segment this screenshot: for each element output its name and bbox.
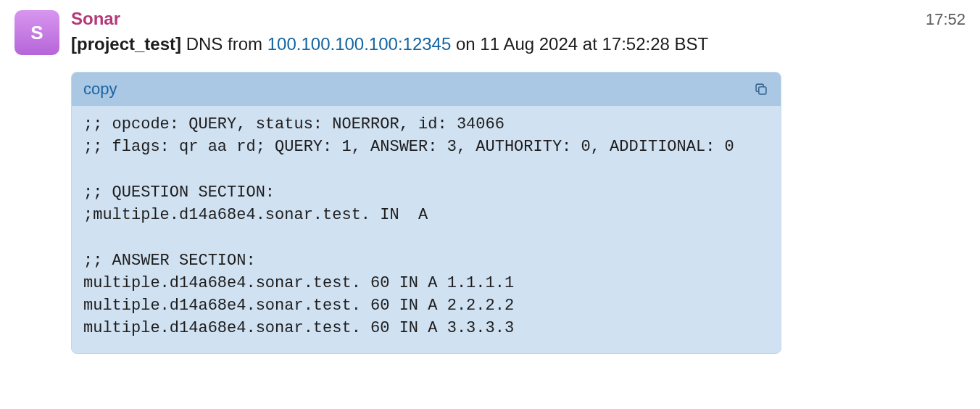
copy-icon[interactable] [753, 81, 769, 97]
code-block: copy ;; opcode: QUERY, status: NOERROR, … [71, 72, 781, 353]
avatar-letter: S [30, 22, 43, 44]
code-header: copy [72, 73, 781, 106]
message-row: S Sonar 17:52 [project_test] DNS from 10… [14, 7, 966, 354]
subject-ip-link[interactable]: 100.100.100.100:12345 [267, 34, 452, 54]
svg-rect-0 [759, 87, 766, 94]
subject-text-after: on 11 Aug 2024 at 17:52:28 BST [451, 34, 708, 54]
subject-text-before: DNS from [181, 34, 267, 54]
subject-project-tag: [project_test] [71, 34, 181, 54]
code-body: ;; opcode: QUERY, status: NOERROR, id: 3… [72, 106, 781, 352]
message-header: Sonar 17:52 [71, 7, 966, 30]
timestamp: 17:52 [926, 10, 966, 29]
copy-label: copy [83, 80, 117, 99]
subject-line: [project_test] DNS from 100.100.100.100:… [71, 31, 966, 57]
message-content: Sonar 17:52 [project_test] DNS from 100.… [71, 7, 966, 354]
avatar: S [14, 10, 59, 55]
sender-name: Sonar [71, 7, 120, 30]
